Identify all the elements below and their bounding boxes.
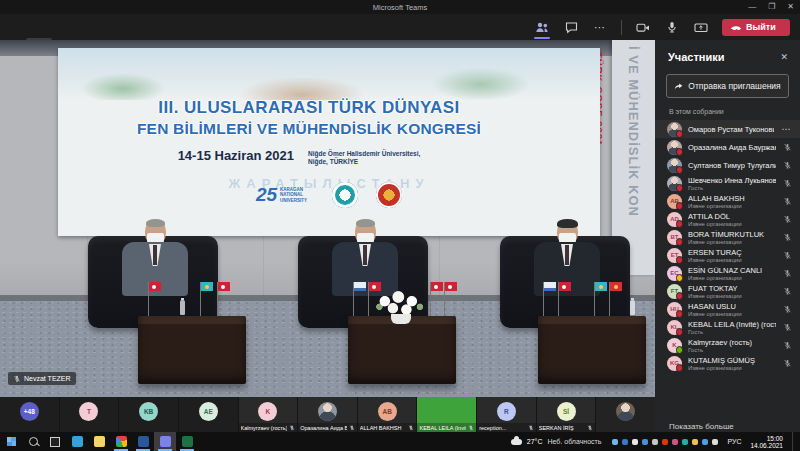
tray-icon[interactable]	[652, 439, 658, 445]
participant-row[interactable]: BT BORA TİMURKUTLUK Извне организации ⋯	[655, 228, 800, 246]
show-desktop-button[interactable]	[792, 432, 796, 451]
video-thumbnail[interactable]: K Kalmyrzaev (гость)	[239, 397, 298, 432]
taskbar-app[interactable]	[132, 432, 154, 451]
avatar: K	[258, 402, 277, 421]
participant-row[interactable]: Оразалина Аида Бауржанов... ⋯	[655, 138, 800, 156]
participant-role: Извне организации	[688, 365, 776, 371]
tray-icon[interactable]	[712, 439, 718, 445]
video-thumbnail[interactable]: Оразалина Аида Бауржан...	[298, 397, 357, 432]
participant-row[interactable]: AB ALLAH BAKHSH Извне организации ⋯	[655, 192, 800, 210]
participant-name: ALLAH BAKHSH	[688, 194, 776, 203]
send-invite-button[interactable]: Отправка приглашения	[666, 74, 789, 98]
video-thumbnail[interactable]: AB ALLAH BAKHSH	[358, 397, 417, 432]
participant-row[interactable]: Шевченко Инна Лукьяновна... Гость ⋯	[655, 174, 800, 192]
close-icon[interactable]: ✕	[787, 0, 794, 14]
system-tray	[612, 439, 718, 445]
participant-row[interactable]: Султанов Тимур Тулугалим... ⋯	[655, 156, 800, 174]
avatar: R	[497, 402, 516, 421]
mic-muted-icon	[587, 425, 593, 431]
share-screen-icon[interactable]	[693, 19, 709, 35]
participant-name: KEBAL LEILA (Invité) (гость)	[688, 320, 776, 329]
mic-muted-icon	[782, 359, 792, 368]
more-actions-icon[interactable]: ⋯	[592, 19, 608, 35]
leave-button[interactable]: Выйти	[722, 19, 790, 36]
tray-icon[interactable]	[612, 439, 618, 445]
participant-text: ALLAH BAKHSH Извне организации	[688, 194, 776, 209]
tray-icon[interactable]	[642, 439, 648, 445]
participant-row[interactable]: EC ESİN GÜLNAZ CANLI Извне организации ⋯	[655, 264, 800, 282]
video-thumbnail[interactable]	[596, 397, 655, 432]
tray-icon[interactable]	[702, 439, 708, 445]
congress-emblem-logo	[376, 182, 402, 208]
taskbar-app[interactable]	[176, 432, 198, 451]
avatar: AD	[667, 212, 682, 227]
avatar	[616, 402, 635, 421]
taskbar-app[interactable]	[88, 432, 110, 451]
tray-icon[interactable]	[692, 439, 698, 445]
participant-row[interactable]: AD ATTILA DÖL Извне организации ⋯	[655, 210, 800, 228]
video-thumbnail[interactable]: AE	[179, 397, 238, 432]
participant-row[interactable]: ET ERSEN TURAÇ Извне организации ⋯	[655, 246, 800, 264]
video-thumbnail[interactable]: Sİ SERKAN İRİŞ	[537, 397, 596, 432]
participant-row[interactable]: FT FUAT TOKTAY Извне организации ⋯	[655, 282, 800, 300]
maximize-icon[interactable]: ❐	[768, 0, 775, 14]
app-icon	[72, 436, 83, 447]
video-thumbnail[interactable]: KB	[119, 397, 178, 432]
tray-icon[interactable]	[672, 439, 678, 445]
microphone-icon[interactable]	[664, 19, 680, 35]
camera-icon[interactable]	[635, 19, 651, 35]
video-thumbnail[interactable]: KEBAL LEILA (Invité) (г...	[417, 397, 476, 432]
task-view-icon[interactable]	[44, 432, 66, 451]
mic-muted-icon	[782, 323, 792, 332]
panel-close-icon[interactable]: ✕	[780, 52, 800, 62]
participant-text: KUTALMIŞ GÜMÜŞ Извне организации	[688, 356, 776, 371]
chat-icon[interactable]	[563, 19, 579, 35]
participant-name: Омаров Рустам Туконович	[688, 125, 774, 134]
tray-icon[interactable]	[662, 439, 668, 445]
avatar: Sİ	[557, 402, 576, 421]
tray-icon[interactable]	[622, 439, 628, 445]
avatar-initials: K	[266, 408, 271, 415]
water-bottle	[630, 300, 635, 315]
banner-title-line1: III. ULUSLARARASI TÜRK DÜNYASI	[58, 98, 560, 118]
weather-text[interactable]: Неб. облачность	[547, 438, 601, 445]
weather-icon[interactable]	[511, 439, 522, 445]
participant-row[interactable]: KG KUTALMIŞ GÜMÜŞ Извне организации ⋯	[655, 354, 800, 372]
participant-text: Шевченко Инна Лукьяновна... Гость	[688, 176, 776, 191]
participant-row[interactable]: Омаров Рустам Туконович ⋯	[655, 120, 800, 138]
taskbar-app[interactable]	[154, 432, 176, 451]
presence-dot	[676, 220, 684, 228]
start-button[interactable]	[0, 432, 22, 451]
mic-muted-icon	[782, 143, 792, 152]
language-indicator[interactable]: РУС	[727, 438, 741, 445]
taskbar-app[interactable]	[66, 432, 88, 451]
participant-role: Гость	[688, 347, 776, 353]
show-more-link[interactable]: Показать больше	[669, 422, 734, 431]
participants-icon[interactable]	[534, 19, 550, 35]
mic-muted-icon	[782, 287, 792, 296]
taskbar-app[interactable]	[110, 432, 132, 451]
thumbnail-label: ALLAH BAKHSH	[358, 423, 417, 432]
participant-text: FUAT TOKTAY Извне организации	[688, 284, 776, 299]
avatar: AB	[667, 194, 682, 209]
tray-icon[interactable]	[682, 439, 688, 445]
avatar	[318, 402, 337, 421]
tray-icon[interactable]	[632, 439, 638, 445]
avatar: KL	[667, 320, 682, 335]
participant-row[interactable]: K Kalmyrzaev (гость) Гость ⋯	[655, 336, 800, 354]
turkey-flag	[430, 282, 443, 291]
avatar: FT	[667, 284, 682, 299]
more-options-icon[interactable]: ⋯	[780, 124, 792, 134]
search-icon[interactable]	[22, 432, 44, 451]
participant-row[interactable]: KL KEBAL LEILA (Invité) (гость) Гость ⋯	[655, 318, 800, 336]
taskbar-clock[interactable]: 15:00 14.06.2021	[750, 435, 783, 449]
video-thumbnail[interactable]: +48	[0, 397, 59, 432]
video-thumbnail[interactable]: T	[60, 397, 119, 432]
weather-temp[interactable]: 27°C	[527, 438, 543, 445]
participant-text: Оразалина Аида Бауржанов...	[688, 143, 776, 152]
video-thumbnail[interactable]: R reception...	[477, 397, 536, 432]
stage-video[interactable]: İ VE MÜHENDİSLİK KON TÜRK DÜNYASI FEN Bİ…	[0, 40, 655, 397]
participant-row[interactable]: HU HASAN USLU Извне организации ⋯	[655, 300, 800, 318]
minimize-icon[interactable]: —	[748, 0, 756, 14]
hang-up-icon	[730, 24, 742, 30]
